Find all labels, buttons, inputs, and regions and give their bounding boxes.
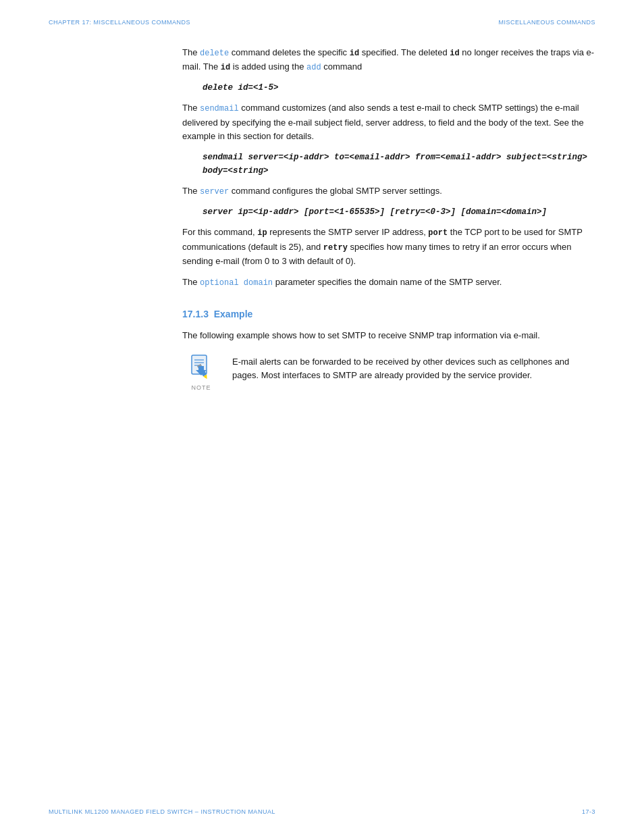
footer-right: 17-3 [582,808,595,815]
code-block-3: server ip=<ip-addr> [port=<1-65535>] [re… [203,205,595,219]
page-footer: MULTILINK ML1200 MANAGED FIELD SWITCH – … [0,808,644,815]
para2: The sendmail command customizes (and als… [182,101,595,144]
para1: The delete command deletes the specific … [182,46,595,74]
para2-cmd1: sendmail [200,104,239,113]
para4-code3: retry [323,243,348,253]
para5-text1: The [182,277,200,287]
note-icon-wrap: NOTE [182,353,220,391]
para1-text6: command [321,61,363,72]
page-header: CHAPTER 17: MISCELLANEOUS COMMANDS MISCE… [0,0,644,26]
para3: The server command configures the global… [182,184,595,199]
para1-code3: id [221,63,230,72]
para5-cmd1: optional domain [200,278,273,288]
section-title: Example [214,309,253,319]
code-block-1: delete id=<1-5> [203,81,595,95]
section-number: 17.1.3 [182,309,209,319]
section-heading: 17.1.3 Example [182,309,595,319]
code-block-2: sendmail server=<ip-addr> to=<email-addr… [203,151,595,178]
note-icon [186,353,216,382]
para1-text3: specified. The deleted [359,47,450,57]
para5-text2: parameter specifies the domain name of t… [273,277,502,287]
para1-text5: is added using the [230,61,306,72]
page-content: The delete command deletes the specific … [0,46,644,391]
para4: For this command, ip represents the SMTP… [182,226,595,268]
note-label: NOTE [191,384,211,391]
header-left: CHAPTER 17: MISCELLANEOUS COMMANDS [49,19,190,26]
para4-code2: port [428,228,448,238]
footer-left: MULTILINK ML1200 MANAGED FIELD SWITCH – … [49,808,275,815]
para3-text1: The [182,186,200,196]
para3-text2: command configures the global SMTP serve… [229,186,442,196]
para2-text1: The [182,103,200,113]
code2-line1: sendmail server=<ip-addr> to=<email-addr… [203,151,595,164]
para2-text2: command customizes (and also sends a tes… [182,103,584,141]
para5: The optional domain parameter specifies … [182,276,595,290]
para1-text1: The [182,47,200,57]
para1-code2: id [450,49,459,58]
code2-line2: body=<string> [203,164,595,178]
example-para: The following example shows how to set S… [182,329,595,343]
para4-text1: For this command, [182,227,257,237]
para1-text2: command deletes the specific [229,47,349,57]
note-text: E-mail alerts can be forwarded to be rec… [232,353,595,384]
note-box: NOTE E-mail alerts can be forwarded to b… [182,353,595,391]
para1-code1: id [350,49,359,58]
header-right: MISCELLANEOUS COMMANDS [498,19,595,26]
para4-text2: represents the SMTP server IP address, [267,227,429,237]
para1-cmd1: delete [200,49,229,58]
para3-cmd1: server [200,187,229,197]
para4-code1: ip [257,228,267,238]
para1-cmd2: add [306,63,321,72]
